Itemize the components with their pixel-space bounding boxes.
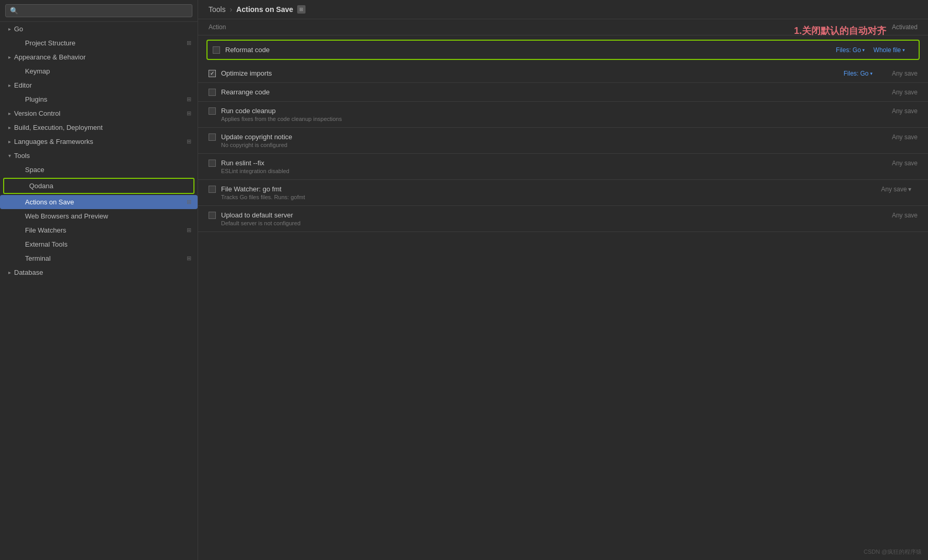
action-row-update-copyright: Update copyright noticeAny saveNo copyri… xyxy=(198,128,928,154)
sidebar: ▸GoProject Structure⊞▸Appearance & Behav… xyxy=(0,0,198,560)
sidebar-item-space[interactable]: Space xyxy=(0,163,198,177)
action-row-inner: Optimize importsFiles: Go ▾Any save xyxy=(209,69,918,77)
save-text-update-copyright: Any save xyxy=(881,133,918,141)
col-header-action: Action xyxy=(209,23,532,31)
sidebar-item-keymap[interactable]: Keymap xyxy=(0,64,198,78)
sidebar-item-editor[interactable]: ▸Editor xyxy=(0,78,198,92)
save-scope-reformat-code[interactable]: Whole file ▾ xyxy=(873,46,905,54)
search-box xyxy=(0,0,198,22)
checkbox-run-eslint[interactable] xyxy=(209,160,216,167)
sidebar-item-label: Actions on Save xyxy=(25,198,74,206)
action-desc-run-code-cleanup: Applies fixes from the code cleanup insp… xyxy=(209,116,918,122)
sidebar-item-qodana[interactable]: Qodana xyxy=(3,178,194,194)
action-desc-run-eslint: ESLint integration disabled xyxy=(209,168,918,174)
save-dropdown-arrow: ▾ xyxy=(908,186,911,193)
sidebar-item-project-structure[interactable]: Project Structure⊞ xyxy=(0,36,198,50)
annotation-text: 1.关闭默认的自动对齐 xyxy=(794,26,886,36)
sidebar-item-label: Database xyxy=(14,269,43,276)
scope-dropdown-arrow: ▾ xyxy=(862,47,865,53)
action-row-file-watcher: File Watcher: go fmtAny save ▾Tracks Go … xyxy=(198,180,928,206)
breadcrumb-parent: Tools xyxy=(209,5,226,14)
action-row-run-eslint: Run eslint --fixAny saveESLint integrati… xyxy=(198,154,928,180)
action-row-inner: Reformat codeFiles: Go ▾Whole file ▾ xyxy=(213,46,913,54)
checkbox-rearrange-code[interactable] xyxy=(209,89,216,96)
sidebar-item-label: Tools xyxy=(14,152,30,160)
sidebar-item-tools[interactable]: ▾Tools xyxy=(0,149,198,163)
content-area: 1.关闭默认的自动对齐 Action Activated Reformat co… xyxy=(198,19,928,560)
action-rows-container: Reformat codeFiles: Go ▾Whole file ▾Opti… xyxy=(198,40,928,232)
settings-icon: ⊞ xyxy=(187,96,191,103)
scope-dropdown-arrow: ▾ xyxy=(870,71,873,76)
checkbox-upload-server[interactable] xyxy=(209,212,216,219)
action-label-run-code-cleanup: Run code cleanup xyxy=(221,107,881,115)
settings-icon: ⊞ xyxy=(187,110,191,117)
sidebar-item-label: File Watchers xyxy=(25,226,66,234)
sidebar-item-terminal[interactable]: Terminal⊞ xyxy=(0,251,198,265)
search-input[interactable] xyxy=(5,4,192,17)
save-text-rearrange-code: Any save xyxy=(881,89,918,96)
settings-icon: ⊞ xyxy=(187,138,191,145)
sidebar-item-file-watchers[interactable]: File Watchers⊞ xyxy=(0,223,198,237)
action-row-reformat-code: Reformat codeFiles: Go ▾Whole file ▾ xyxy=(206,40,920,60)
action-desc-file-watcher: Tracks Go files files. Runs: gofmt xyxy=(209,194,918,200)
action-row-run-code-cleanup: Run code cleanupAny saveApplies fixes fr… xyxy=(198,102,928,128)
checkbox-reformat-code[interactable] xyxy=(213,46,220,54)
sidebar-item-version-control[interactable]: ▸Version Control⊞ xyxy=(0,106,198,120)
checkbox-optimize-imports[interactable] xyxy=(209,70,216,77)
breadcrumb-current: Actions on Save xyxy=(236,5,293,14)
breadcrumb: Tools › Actions on Save ⊞ xyxy=(198,0,928,19)
sidebar-item-label: Qodana xyxy=(29,182,53,190)
main-content: Tools › Actions on Save ⊞ 1.关闭默认的自动对齐 Ac… xyxy=(198,0,928,560)
sidebar-item-label: Space xyxy=(25,166,44,174)
action-row-inner: Upload to default serverAny save xyxy=(209,211,918,219)
sidebar-item-label: Keymap xyxy=(25,67,50,75)
breadcrumb-icon: ⊞ xyxy=(297,5,306,14)
whole-file-dropdown-arrow: ▾ xyxy=(902,47,905,53)
chevron-icon: ▸ xyxy=(8,26,11,32)
action-row-inner: Run code cleanupAny save xyxy=(209,107,918,115)
watermark: CSDN @疯狂的程序猿 xyxy=(864,548,922,556)
sidebar-item-languages-frameworks[interactable]: ▸Languages & Frameworks⊞ xyxy=(0,135,198,149)
sidebar-item-label: Editor xyxy=(14,81,32,89)
action-label-reformat-code: Reformat code xyxy=(225,46,836,54)
chevron-icon: ▸ xyxy=(8,125,11,130)
settings-icon: ⊞ xyxy=(187,199,191,205)
sidebar-item-actions-on-save[interactable]: Actions on Save⊞ xyxy=(0,195,198,209)
sidebar-item-external-tools[interactable]: External Tools xyxy=(0,237,198,251)
scope-badge-optimize-imports[interactable]: Files: Go ▾ xyxy=(844,70,873,77)
action-desc-upload-server: Default server is not configured xyxy=(209,220,918,226)
action-row-upload-server: Upload to default serverAny saveDefault … xyxy=(198,206,928,232)
sidebar-item-label: Project Structure xyxy=(25,39,76,47)
action-row-optimize-imports: Optimize importsFiles: Go ▾Any save xyxy=(198,64,928,83)
sidebar-item-label: Terminal xyxy=(25,254,51,262)
action-label-rearrange-code: Rearrange code xyxy=(221,88,881,96)
sidebar-item-database[interactable]: ▸Database xyxy=(0,265,198,279)
action-row-inner: Rearrange codeAny save xyxy=(209,88,918,96)
checkbox-update-copyright[interactable] xyxy=(209,133,216,141)
action-row-inner: File Watcher: go fmtAny save ▾ xyxy=(209,185,918,193)
action-label-run-eslint: Run eslint --fix xyxy=(221,159,881,167)
sidebar-item-label: Version Control xyxy=(14,109,60,117)
sidebar-item-go[interactable]: ▸Go xyxy=(0,22,198,36)
scope-badge-reformat-code[interactable]: Files: Go ▾ xyxy=(836,46,865,54)
settings-icon: ⊞ xyxy=(187,255,191,262)
settings-icon: ⊞ xyxy=(187,40,191,46)
action-label-upload-server: Upload to default server xyxy=(221,211,881,219)
action-row-rearrange-code: Rearrange codeAny save xyxy=(198,83,928,102)
checkbox-run-code-cleanup[interactable] xyxy=(209,107,216,115)
checkbox-file-watcher[interactable] xyxy=(209,186,216,193)
sidebar-item-build-execution[interactable]: ▸Build, Execution, Deployment xyxy=(0,120,198,135)
sidebar-item-label: Languages & Frameworks xyxy=(14,138,93,145)
save-text-run-eslint: Any save xyxy=(881,160,918,167)
save-text-file-watcher[interactable]: Any save ▾ xyxy=(881,186,918,193)
sidebar-item-web-browsers[interactable]: Web Browsers and Preview xyxy=(0,209,198,223)
action-desc-update-copyright: No copyright is configured xyxy=(209,142,918,148)
chevron-icon: ▸ xyxy=(8,139,11,144)
action-label-optimize-imports: Optimize imports xyxy=(221,69,844,77)
settings-icon: ⊞ xyxy=(187,227,191,234)
chevron-icon: ▸ xyxy=(8,54,11,60)
sidebar-item-label: Appearance & Behavior xyxy=(14,53,86,61)
sidebar-item-appearance-behavior[interactable]: ▸Appearance & Behavior xyxy=(0,50,198,64)
sidebar-item-plugins[interactable]: Plugins⊞ xyxy=(0,92,198,106)
action-label-update-copyright: Update copyright notice xyxy=(221,133,881,141)
